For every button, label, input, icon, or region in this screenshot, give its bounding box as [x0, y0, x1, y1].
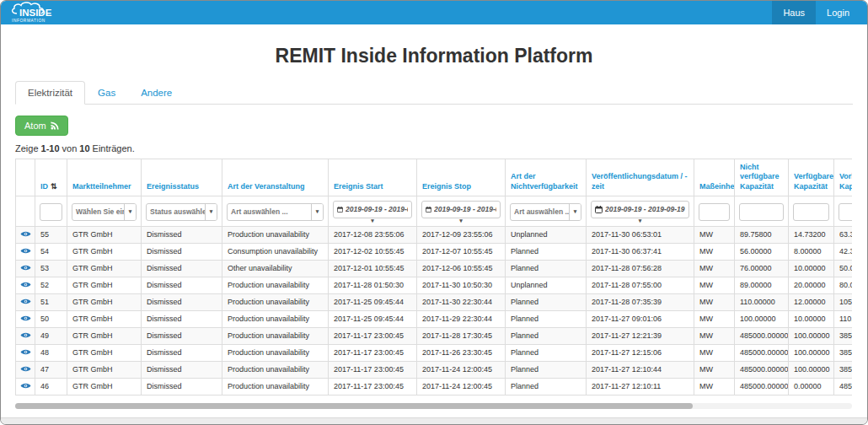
nav-item-login[interactable]: Login: [816, 1, 860, 24]
table-body: 55GTR GmbHDismissedProduction unavailabi…: [16, 226, 853, 395]
calendar-icon: [426, 206, 431, 213]
cell-nicht-verf-gbare-kapazit-t: 56.00000: [735, 243, 789, 260]
cell-ma-einheit: MW: [694, 226, 735, 243]
column-header-id[interactable]: ID⇅: [35, 159, 67, 196]
filter-cell-ma-einheit: [694, 196, 735, 226]
app-logo[interactable]: INSIDE INFORMATION: [1, 1, 62, 24]
table-scroll-container: ID⇅MarktteilnehmerEreignisstatusArt der …: [15, 159, 852, 395]
filter-input-nicht-verf-gbare-kapazit-t[interactable]: [739, 203, 784, 221]
cell-ver-ffentlichungsdatum-zeit: 2017-11-28 07:55:00: [587, 277, 694, 293]
cell-id: 55: [35, 226, 67, 243]
eye-icon[interactable]: [20, 298, 31, 305]
view-record-button[interactable]: [16, 310, 35, 327]
cell-ereignisstatus: Dismissed: [142, 243, 222, 260]
column-header-ereignis-start: Ereignis Start: [329, 159, 417, 196]
eye-icon[interactable]: [20, 230, 31, 238]
cell-verf-gbare-kapazit-t: 20.00000: [789, 277, 834, 293]
filter-input-verf-gbare-kapazit-t[interactable]: [793, 203, 829, 221]
tab-andere[interactable]: Andere: [128, 81, 185, 105]
eye-icon[interactable]: [20, 382, 31, 390]
table-row: 55GTR GmbHDismissedProduction unavailabi…: [16, 226, 853, 243]
column-header-ma-einheit: Maßeinheit: [694, 159, 735, 196]
table-row: 53GTR GmbHDismissedOther unavailability2…: [16, 260, 853, 277]
filter-select-ereignisstatus[interactable]: Status auswählen ...▾: [146, 203, 217, 221]
view-record-button[interactable]: [16, 277, 35, 293]
select-placeholder: Wählen Sie eine MP ...: [72, 207, 124, 216]
cell-verf-gbare-kapazit-t: 10.00000: [789, 310, 834, 327]
chevron-down-icon: ▾: [124, 204, 136, 220]
horizontal-scrollbar-track[interactable]: [15, 403, 852, 409]
filter-select-art-der-nichtverf-gbarkeit[interactable]: Art auswählen ...▾: [510, 203, 581, 221]
table-row: 50GTR GmbHDismissedProduction unavailabi…: [16, 310, 853, 327]
view-record-button[interactable]: [16, 378, 35, 395]
view-record-button[interactable]: [16, 327, 35, 344]
filter-daterange-ver-ffentlichungsdatum-zeit[interactable]: 2019-09-19 - 2019-09-19: [591, 201, 689, 218]
cell-art-der-veranstaltung: Production unavailability: [222, 310, 329, 327]
cell-ma-einheit: MW: [694, 361, 735, 378]
horizontal-scrollbar-thumb[interactable]: [15, 403, 693, 409]
filter-input-vorhandene-kapazit-t[interactable]: [839, 203, 852, 221]
cell-ver-ffentlichungsdatum-zeit: 2017-11-30 06:37:41: [587, 243, 694, 260]
cell-id: 53: [35, 260, 67, 277]
cell-vorhandene-kapazit-t: 38500.00000: [834, 344, 853, 361]
rss-feed-icon: [51, 121, 59, 130]
cell-art-der-veranstaltung: Production unavailability: [222, 277, 329, 293]
view-record-button[interactable]: [16, 226, 35, 243]
view-record-button[interactable]: [16, 293, 35, 310]
filter-cell-vorhandene-kapazit-t: [834, 196, 853, 226]
atom-feed-button[interactable]: Atom: [15, 116, 68, 136]
cell-ver-ffentlichungsdatum-zeit: 2017-11-27 12:10:44: [587, 361, 694, 378]
filter-daterange-ereignis-stop[interactable]: 2019-09-19 - 2019-09-19: [421, 201, 501, 218]
column-label: Veröffentlichungsdatum / -zeit: [592, 172, 688, 190]
filter-input-id[interactable]: [40, 203, 62, 221]
cell-marktteilnehmer: GTR GmbH: [67, 277, 142, 293]
filter-cell-col: [16, 196, 35, 226]
eye-icon[interactable]: [20, 365, 31, 373]
cell-id: 46: [35, 378, 67, 395]
cell-ereignisstatus: Dismissed: [142, 378, 222, 395]
filter-select-art-der-veranstaltung[interactable]: Art auswählen ...▾: [227, 203, 324, 221]
nav-item-haus[interactable]: Haus: [772, 1, 816, 24]
view-record-button[interactable]: [16, 344, 35, 361]
cell-ver-ffentlichungsdatum-zeit: 2017-11-27 12:15:06: [587, 344, 694, 361]
view-record-button[interactable]: [16, 361, 35, 378]
cell-ereignis-start: 2017-11-25 09:45:44: [329, 310, 417, 327]
table-row: 51GTR GmbHDismissedProduction unavailabi…: [16, 293, 853, 310]
sort-icon[interactable]: ⇅: [51, 182, 57, 191]
cell-ma-einheit: MW: [694, 277, 735, 293]
filter-cell-art-der-nichtverf-gbarkeit: Art auswählen ...▾: [506, 196, 587, 226]
column-header-nicht-verf-gbare-kapazit-t: Nicht verfügbare Kapazität: [735, 159, 789, 196]
cell-ma-einheit: MW: [694, 293, 735, 310]
cell-ereignisstatus: Dismissed: [142, 344, 222, 361]
column-label: ID: [40, 182, 48, 191]
eye-icon[interactable]: [20, 348, 31, 356]
column-label: Marktteilnehmer: [72, 182, 131, 191]
view-record-button[interactable]: [16, 243, 35, 260]
cell-ereignis-start: 2017-11-17 23:00:45: [329, 344, 417, 361]
cell-ver-ffentlichungsdatum-zeit: 2017-11-27 12:10:11: [587, 378, 694, 395]
cell-vorhandene-kapazit-t: 110.00000: [834, 310, 853, 327]
cell-ereignis-stop: 2017-12-06 10:55:45: [417, 260, 506, 277]
tab-elektrizitaet[interactable]: Elektrizität: [15, 81, 85, 105]
view-record-button[interactable]: [16, 260, 35, 277]
column-label: Art der Veranstaltung: [228, 182, 305, 191]
cell-nicht-verf-gbare-kapazit-t: 110.00000: [735, 293, 789, 310]
cell-ver-ffentlichungsdatum-zeit: 2017-11-28 07:56:28: [587, 260, 694, 277]
tab-gas[interactable]: Gas: [85, 81, 128, 105]
filter-input-ma-einheit[interactable]: [699, 203, 730, 221]
cell-verf-gbare-kapazit-t: 0.00000: [789, 378, 834, 395]
eye-icon[interactable]: [20, 281, 31, 288]
filter-daterange-ereignis-start[interactable]: 2019-09-19 - 2019-09-19: [333, 201, 412, 218]
header-filter-row: Wählen Sie eine MP ...▾Status auswählen …: [16, 196, 853, 226]
cell-vorhandene-kapazit-t: 80.00000: [834, 277, 853, 293]
eye-icon[interactable]: [20, 315, 31, 322]
eye-icon[interactable]: [20, 264, 31, 272]
cell-ma-einheit: MW: [694, 327, 735, 344]
cell-id: 49: [35, 327, 67, 344]
cell-verf-gbare-kapazit-t: 100.00000: [789, 361, 834, 378]
cell-marktteilnehmer: GTR GmbH: [67, 327, 142, 344]
eye-icon[interactable]: [20, 247, 31, 255]
eye-icon[interactable]: [20, 331, 31, 339]
filter-select-marktteilnehmer[interactable]: Wählen Sie eine MP ...▾: [72, 203, 137, 221]
cell-ereignis-stop: 2017-12-09 23:55:06: [417, 226, 506, 243]
